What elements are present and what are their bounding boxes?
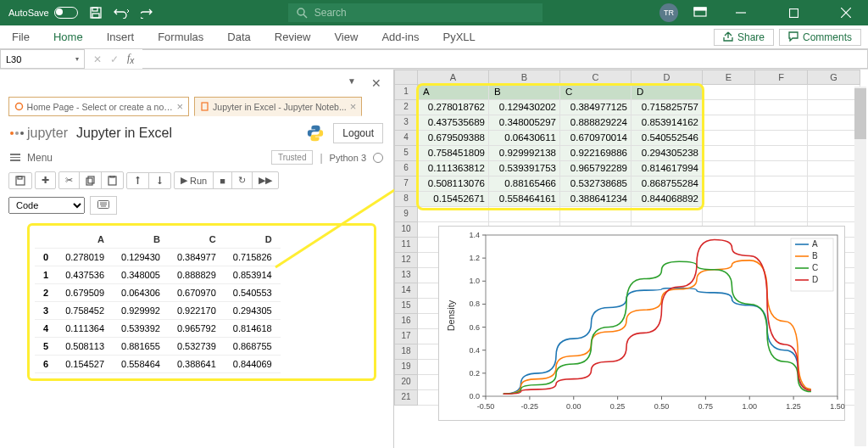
cell[interactable]: 0.437535689 <box>418 115 489 131</box>
move-up-button[interactable]: 🠕 <box>127 173 149 188</box>
cell[interactable]: 0.129430202 <box>489 100 560 115</box>
row-header[interactable]: 18 <box>394 344 418 360</box>
cell[interactable]: 0.814617994 <box>632 161 703 176</box>
cell[interactable] <box>808 85 860 100</box>
cell[interactable]: 0.758451809 <box>418 146 489 161</box>
row-header[interactable]: 1 <box>394 85 418 100</box>
ribbon-tab-review[interactable]: Review <box>263 31 323 43</box>
close-button[interactable] <box>827 0 865 25</box>
ribbon-tab-insert[interactable]: Insert <box>95 31 147 43</box>
col-header[interactable]: F <box>755 70 808 85</box>
cell[interactable]: B <box>489 85 560 100</box>
cell[interactable]: 0.532738685 <box>560 176 632 192</box>
row-header[interactable]: 14 <box>394 283 418 299</box>
cell[interactable] <box>560 207 632 222</box>
cell[interactable] <box>755 85 808 100</box>
row-header[interactable]: 3 <box>394 115 418 131</box>
pane-close-icon[interactable]: ✕ <box>371 76 381 90</box>
cut-button[interactable]: ✂ <box>59 172 80 188</box>
cell[interactable]: A <box>418 85 489 100</box>
col-header[interactable]: G <box>808 70 860 85</box>
cell[interactable] <box>632 207 703 222</box>
cell[interactable] <box>808 192 860 207</box>
ribbon-tab-home[interactable]: Home <box>42 31 95 43</box>
density-chart[interactable]: -0.50-0.250.000.250.500.751.001.251.500.… <box>438 226 845 421</box>
cell[interactable]: 0.111363812 <box>418 161 489 176</box>
ribbon-tab-add-ins[interactable]: Add-ins <box>370 31 431 43</box>
copy-button[interactable] <box>80 172 102 188</box>
cell[interactable] <box>489 207 560 222</box>
save-nb-button[interactable] <box>9 173 31 188</box>
col-header[interactable]: C <box>560 70 632 85</box>
pane-dropdown-icon[interactable]: ▼ <box>348 76 356 90</box>
cell[interactable]: 0.508113076 <box>418 176 489 192</box>
cell[interactable] <box>755 161 808 176</box>
fx-icon[interactable]: fx <box>127 52 134 65</box>
comments-button[interactable]: Comments <box>779 29 861 46</box>
cell[interactable]: 0.670970014 <box>560 131 632 146</box>
name-box[interactable]: L30 <box>0 49 85 69</box>
cell[interactable] <box>703 115 755 131</box>
cell[interactable] <box>808 146 860 161</box>
vertical-scrollbar[interactable] <box>854 87 866 446</box>
row-header[interactable]: 5 <box>394 146 418 161</box>
maximize-button[interactable] <box>775 0 812 25</box>
redo-icon[interactable] <box>141 7 153 19</box>
row-header[interactable]: 9 <box>394 207 418 222</box>
row-header[interactable]: 17 <box>394 329 418 344</box>
row-header[interactable]: 2 <box>394 100 418 115</box>
cell[interactable] <box>703 176 755 192</box>
browser-tab-notebook[interactable]: Jupyter in Excel - Jupyter Noteb... × <box>194 97 362 116</box>
col-header[interactable]: A <box>418 70 489 85</box>
cell[interactable] <box>808 161 860 176</box>
cell[interactable] <box>808 100 860 115</box>
cell[interactable] <box>755 176 808 192</box>
celltype-select[interactable]: Code <box>8 197 85 214</box>
ribbon-tab-formulas[interactable]: Formulas <box>146 31 215 43</box>
cell[interactable] <box>703 100 755 115</box>
ribbon-tab-view[interactable]: View <box>322 31 370 43</box>
row-header[interactable]: 8 <box>394 192 418 207</box>
ribbon-display-icon[interactable] <box>693 7 707 19</box>
row-header[interactable]: 6 <box>394 161 418 176</box>
cell[interactable] <box>808 115 860 131</box>
cell[interactable] <box>755 115 808 131</box>
cell[interactable] <box>755 131 808 146</box>
cell[interactable]: 0.888829224 <box>560 115 632 131</box>
cell[interactable]: 0.06430611 <box>489 131 560 146</box>
cell[interactable]: D <box>632 85 703 100</box>
kernel-name[interactable]: Python 3 <box>330 153 366 163</box>
row-header[interactable]: 16 <box>394 314 418 329</box>
row-header[interactable]: 19 <box>394 360 418 375</box>
row-header[interactable]: 4 <box>394 131 418 146</box>
undo-icon[interactable] <box>114 7 129 19</box>
cell[interactable] <box>755 100 808 115</box>
autosave-toggle[interactable]: AutoSave <box>0 7 86 19</box>
col-header[interactable]: B <box>489 70 560 85</box>
cell[interactable]: 0.278018762 <box>418 100 489 115</box>
cell[interactable]: C <box>560 85 632 100</box>
cell[interactable] <box>703 161 755 176</box>
paste-button[interactable] <box>102 172 123 188</box>
cell[interactable]: 0.540552546 <box>632 131 703 146</box>
cell[interactable]: 0.868755284 <box>632 176 703 192</box>
cell[interactable]: 0.558464161 <box>489 192 560 207</box>
fast-forward-button[interactable]: ▶▶ <box>253 172 278 188</box>
row-header[interactable]: 7 <box>394 176 418 192</box>
share-button[interactable]: Share <box>714 29 774 46</box>
cell[interactable]: 0.679509388 <box>418 131 489 146</box>
cell[interactable] <box>703 131 755 146</box>
run-button[interactable]: ▶ Run <box>175 172 214 188</box>
add-cell-button[interactable]: ✚ <box>36 172 55 188</box>
cell[interactable]: 0.88165466 <box>489 176 560 192</box>
cell[interactable]: 0.294305238 <box>632 146 703 161</box>
command-palette-button[interactable] <box>90 196 117 215</box>
stop-button[interactable]: ■ <box>214 172 232 188</box>
cell[interactable]: 0.539391753 <box>489 161 560 176</box>
cell[interactable]: 0.929992138 <box>489 146 560 161</box>
minimize-button[interactable] <box>722 0 760 25</box>
cell[interactable] <box>808 131 860 146</box>
cell[interactable] <box>703 192 755 207</box>
search-box[interactable]: Search <box>288 3 542 22</box>
menu-icon[interactable] <box>10 154 20 161</box>
